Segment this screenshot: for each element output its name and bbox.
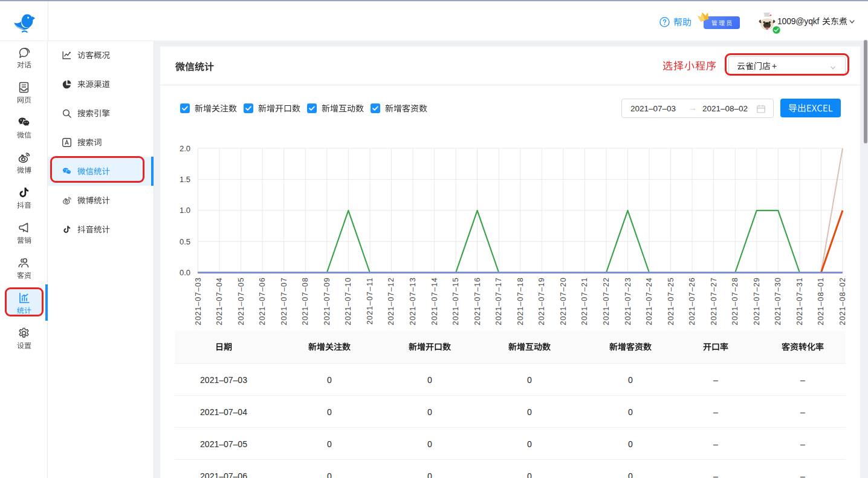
- svg-text:2021–07–13: 2021–07–13: [409, 277, 417, 326]
- svg-text:2021–07–17: 2021–07–17: [494, 277, 503, 326]
- svg-text:2021–07–06: 2021–07–06: [258, 277, 267, 326]
- svg-text:2.0: 2.0: [180, 144, 190, 153]
- svg-text:2021–07–08: 2021–07–08: [301, 277, 309, 326]
- svg-text:0.5: 0.5: [180, 237, 190, 246]
- svg-text:2021–07–22: 2021–07–22: [602, 277, 611, 326]
- svg-text:0.0: 0.0: [180, 268, 190, 277]
- svg-text:2021–07–31: 2021–07–31: [795, 277, 804, 326]
- svg-text:2021–07–19: 2021–07–19: [537, 277, 546, 326]
- svg-text:2021–07–24: 2021–07–24: [645, 277, 653, 326]
- svg-text:2021–07–03: 2021–07–03: [194, 277, 202, 326]
- svg-text:2021–07–11: 2021–07–11: [366, 277, 374, 325]
- svg-text:2021–07–09: 2021–07–09: [323, 277, 331, 326]
- svg-text:2021–07–20: 2021–07–20: [559, 277, 568, 326]
- svg-text:2021–07–10: 2021–07–10: [344, 277, 352, 326]
- svg-text:2021–07–04: 2021–07–04: [215, 277, 224, 326]
- svg-text:2021–07–28: 2021–07–28: [731, 277, 739, 326]
- svg-text:2021–07–07: 2021–07–07: [280, 277, 288, 326]
- svg-text:2021–07–27: 2021–07–27: [710, 277, 718, 326]
- svg-text:2021–07–23: 2021–07–23: [624, 277, 632, 326]
- svg-text:2021–07–15: 2021–07–15: [452, 277, 460, 326]
- svg-text:2021–07–26: 2021–07–26: [688, 277, 696, 326]
- svg-text:2021–08–01: 2021–08–01: [817, 277, 825, 326]
- svg-text:2021–07–30: 2021–07–30: [774, 277, 782, 326]
- svg-text:1.5: 1.5: [180, 175, 190, 184]
- svg-text:2021–07–21: 2021–07–21: [580, 277, 589, 326]
- svg-text:2021–07–25: 2021–07–25: [667, 277, 675, 326]
- svg-text:2021–07–05: 2021–07–05: [237, 277, 245, 326]
- svg-text:2021–07–12: 2021–07–12: [387, 277, 395, 326]
- svg-text:2021–07–16: 2021–07–16: [473, 277, 482, 326]
- svg-text:2021–07–18: 2021–07–18: [516, 277, 525, 326]
- svg-text:2021–07–29: 2021–07–29: [753, 277, 761, 326]
- svg-text:2021–08–02: 2021–08–02: [838, 277, 847, 326]
- svg-text:2021–07–14: 2021–07–14: [430, 277, 439, 326]
- svg-text:1.0: 1.0: [180, 206, 190, 215]
